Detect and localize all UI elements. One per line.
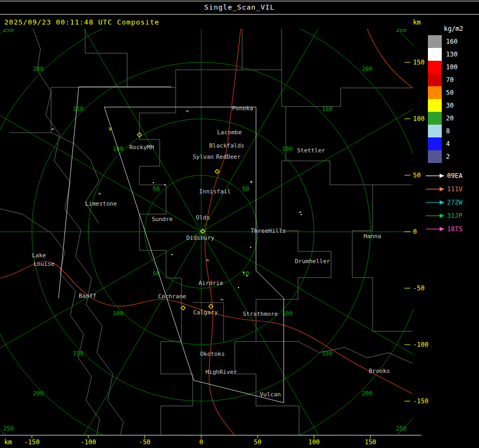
right-axis-tick-label: -100 <box>413 341 428 348</box>
right-axis-tick-label: 0 <box>413 228 417 235</box>
point-dot-marker <box>171 254 172 255</box>
bottom-axis-tick-label: 100 <box>308 438 320 446</box>
city-label-ponoka: Ponoka <box>232 105 253 112</box>
scale-swatch-2 <box>428 150 442 163</box>
range-ring-label: 150 <box>322 350 333 357</box>
range-ring-label: 50 <box>242 185 249 192</box>
city-label-didsbury: Didsbury <box>186 234 214 241</box>
city-label-vulcan: Vulcan <box>260 391 281 398</box>
bottom-axis-tick-label: 0 <box>199 438 203 446</box>
point-dot-marker <box>250 247 251 248</box>
scale-swatch-30 <box>428 99 442 112</box>
bottom-axis-tick-label: -100 <box>81 438 96 446</box>
city-label-louise: Louise <box>34 260 55 267</box>
v-marker: v <box>109 126 112 132</box>
scale-value-label: 70 <box>446 76 453 84</box>
scale-value-label: 130 <box>446 51 458 58</box>
scale-swatch-70 <box>428 74 442 86</box>
range-ring-label: 200 <box>33 390 44 397</box>
scale-value-label: 50 <box>446 89 453 96</box>
bottom-axis-unit-label: km <box>4 438 12 446</box>
legend-unit-label: kg/m2 <box>444 25 463 32</box>
scale-value-label: 20 <box>446 115 453 122</box>
bottom-axis-tick-label: -50 <box>139 438 151 446</box>
range-ring-label: 150 <box>73 105 84 112</box>
city-label-airdrie: Airdrie <box>199 280 223 287</box>
point-dot-marker <box>153 182 154 183</box>
scale-swatch-50 <box>428 86 442 99</box>
bottom-axis-tick-label: 150 <box>365 438 376 446</box>
right-axis-unit-label: km <box>413 19 420 26</box>
city-label-brooks: Brooks <box>369 368 390 374</box>
city-label-stettler: Stettler <box>297 147 325 154</box>
city-label-drumheller: Drumheller <box>295 258 331 265</box>
asterisk-marker: * <box>250 180 253 186</box>
scale-value-label: 100 <box>446 63 458 71</box>
city-label-blackfalds: Blackfalds <box>209 142 244 149</box>
bottom-axis-tick-label: -150 <box>24 438 40 446</box>
range-ring-label: 200 <box>362 390 373 397</box>
right-axis-tick-label: -150 <box>413 397 428 405</box>
caret-marker: ^ <box>186 110 189 116</box>
range-ring-label: 250 <box>3 425 14 432</box>
scale-swatch-130 <box>428 48 442 61</box>
caret-marker: ^ <box>299 211 302 217</box>
city-label-highriver: HighRiver <box>205 369 237 376</box>
caret-marker: ^ <box>51 128 54 134</box>
city-label-lacombe: Lacombe <box>217 129 242 136</box>
point-dot-marker <box>243 272 244 273</box>
scale-value-label: 4 <box>446 140 450 148</box>
radar-id-label-09ea: 09EA <box>447 172 463 180</box>
scale-value-label: 8 <box>446 127 450 135</box>
window-background <box>0 0 479 448</box>
city-label-hanna: Hanna <box>364 233 381 240</box>
right-axis-tick-label: -50 <box>413 284 425 292</box>
city-label-sylvan: Sylvan <box>193 153 214 160</box>
city-label-reddeer: RedDeer <box>216 153 241 160</box>
range-ring-label: 250 <box>396 425 407 432</box>
scale-value-label: 30 <box>446 102 453 109</box>
city-label-okotoks: Okotoks <box>200 351 225 357</box>
scale-swatch-100 <box>428 61 442 74</box>
scale-swatch-4 <box>428 137 442 150</box>
range-ring-label: 100 <box>282 145 293 152</box>
radar-id-label-31jp: 31JP <box>447 212 463 219</box>
radar-id-label-111v: 111V <box>447 185 463 193</box>
right-axis-tick-label: 50 <box>413 172 420 179</box>
city-label-innisfail: Innisfail <box>199 188 231 195</box>
range-ring-label: 200 <box>362 66 373 72</box>
city-label-banff: Banff <box>79 292 96 299</box>
radar-id-label-18ts: 18TS <box>447 225 463 233</box>
city-label-threehills: ThreeHills <box>251 227 286 234</box>
scale-swatch-8 <box>428 125 442 137</box>
city-label-strathmore: Strathmore <box>243 311 278 317</box>
scale-value-label: 160 <box>446 38 458 45</box>
point-dot-marker <box>238 287 239 288</box>
city-label-lake: Lake <box>32 252 46 259</box>
point-dot-marker <box>164 184 166 185</box>
city-label-cochrane: Cochrane <box>158 293 186 300</box>
range-ring-label: 50 <box>153 185 160 192</box>
range-ring-label: 150 <box>322 105 333 112</box>
range-ring-label: 50 <box>242 270 249 277</box>
city-label-sundre: Sundre <box>152 216 173 223</box>
caret-marker: ^ <box>98 192 101 198</box>
range-ring-label: 100 <box>113 310 123 317</box>
right-axis-tick-label: 100 <box>413 115 425 123</box>
city-label-rockymh: RockyMH <box>129 144 154 151</box>
radar-app-window: Single_Scan_VIL 2025/09/23 00:11:48 UTC … <box>0 0 479 448</box>
radar-id-label-27zw: 27ZW <box>447 199 463 206</box>
window-title: Single_Scan_VIL <box>204 3 275 11</box>
scale-swatch-160 <box>428 35 442 48</box>
caret-marker: ^ <box>206 259 209 265</box>
city-label-olds: Olds <box>196 214 210 221</box>
city-label-limestone: Limestone <box>85 200 117 207</box>
point-dot-marker <box>246 275 247 276</box>
caret-marker: ^ <box>220 298 224 304</box>
city-label-calgary: Calgary <box>193 309 218 316</box>
scale-value-label: 2 <box>446 153 450 160</box>
timestamp-label: 2025/09/23 00:11:48 UTC Composite <box>4 18 159 26</box>
bottom-axis-tick-label: 50 <box>254 438 261 446</box>
right-axis-tick-label: 150 <box>413 59 425 66</box>
point-dot-marker <box>301 214 302 215</box>
